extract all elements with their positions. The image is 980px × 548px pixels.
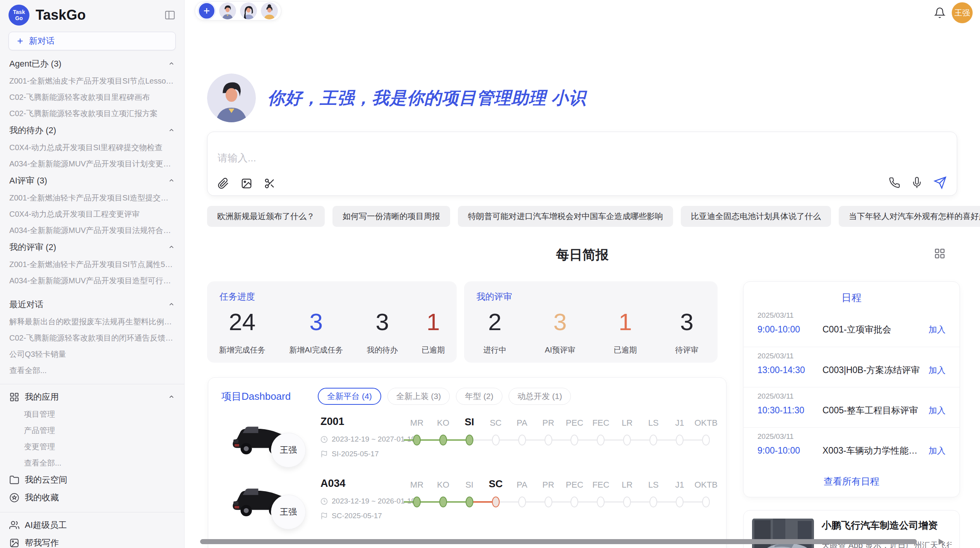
sidebar-item-favorites[interactable]: 我的收藏 — [0, 489, 184, 507]
join-meeting-link[interactable]: 加入 — [929, 445, 946, 457]
section-header[interactable]: 最近对话 — [0, 296, 184, 313]
plus-icon — [202, 6, 211, 15]
task-item[interactable]: A034-全新新能源MUV产品开发项目法规符合性评审 — [0, 222, 184, 238]
task-item[interactable]: A034-全新新能源MUV产品开发项目造型可行性评审 — [0, 272, 184, 289]
task-item[interactable]: Z001-全新燃油轻卡产品开发项目SI造型提交物评审 — [0, 190, 184, 206]
project-milestone-flag: SI-2025-05-17 — [332, 450, 379, 458]
voice-call-phone-icon[interactable] — [889, 177, 900, 188]
chevron-up-icon[interactable] — [168, 301, 175, 308]
dashboard-tab[interactable]: 全新上装 (3) — [387, 388, 450, 405]
section-header[interactable]: 我的评审 (2) — [0, 238, 184, 256]
sidebar: Task Go TaskGo 新对话 Agent已办 (3) Z001-全新燃油… — [0, 0, 185, 548]
recent-chat-item[interactable]: 解释最新出台的欧盟报废车法规再生塑料比例被调至15%... — [0, 313, 184, 330]
member-avatar[interactable] — [261, 2, 278, 19]
milestone-node — [466, 497, 473, 507]
chat-input[interactable] — [218, 152, 759, 164]
notifications-bell-icon[interactable] — [934, 7, 946, 20]
schedule-item: 2025/03/11 9:00-10:00 X003-车辆动力学性能验... 加… — [744, 427, 959, 468]
recent-chat-item[interactable]: C02-飞腾新能源轻客改款项目的闭环通告反馈情况 — [0, 330, 184, 346]
clock-icon — [320, 436, 328, 443]
schedule-name: X003-车辆动力学性能验... — [822, 445, 924, 457]
recent-chat-item[interactable]: 查看全部... — [0, 362, 184, 378]
briefing-layout-grid-icon[interactable] — [934, 248, 946, 261]
suggestion-chip[interactable]: 欧洲新规最近颁布了什么？ — [207, 206, 325, 227]
dashboard-tab[interactable]: 全新平台 (4) — [318, 388, 381, 405]
section-header[interactable]: Agent已办 (3) — [0, 55, 184, 73]
chevron-up-icon[interactable] — [168, 60, 175, 67]
star-circle-icon — [9, 493, 19, 503]
milestone-node — [702, 497, 710, 507]
screenshot-scissors-icon[interactable] — [264, 178, 276, 189]
member-avatar[interactable] — [219, 2, 236, 19]
suggestion-chips: 欧洲新规最近颁布了什么？如何写一份清晰的项目周报特朗普可能对进口汽车增税会对中国… — [207, 206, 957, 227]
hero: 你好，王强，我是你的项目管理助理 小识 — [207, 74, 586, 122]
section-header[interactable]: AI评审 (3) — [0, 172, 184, 190]
task-item[interactable]: C02-飞腾新能源轻客改款项目里程碑画布 — [0, 89, 184, 105]
user-avatar[interactable]: 王强 — [952, 2, 973, 23]
milestone-node — [492, 497, 500, 507]
project-row[interactable]: 王强 Z001 2023-12-19 ~ 2027-01-19 SI-2025-… — [208, 413, 726, 474]
chevron-up-icon[interactable] — [168, 127, 175, 134]
schedule-time: 9:00-10:00 — [757, 324, 822, 335]
task-item[interactable]: C0X4-动力总成开发项目工程变更评审 — [0, 206, 184, 222]
app-item[interactable]: 查看全部... — [0, 455, 184, 471]
sidebar-item-my-apps[interactable]: 我的应用 — [0, 388, 184, 406]
scrollbar-thumb[interactable] — [200, 539, 917, 544]
chevron-up-icon[interactable] — [168, 244, 175, 251]
milestone-node — [413, 435, 421, 445]
task-item[interactable]: C0X4-动力总成开发项目SI里程碑提交物检查 — [0, 139, 184, 156]
sidebar-item-help-me-write[interactable]: 帮我写作 — [0, 534, 184, 548]
task-item[interactable]: A034-全新新能源MUV产品开发项目计划变更表编写 — [0, 156, 184, 172]
task-item[interactable]: C02-飞腾新能源轻客改款项目立项汇报方案 — [0, 105, 184, 122]
dashboard-tab[interactable]: 年型 (2) — [456, 388, 502, 405]
plus-icon — [16, 37, 24, 45]
milestone-node — [649, 497, 657, 507]
send-icon[interactable] — [934, 176, 947, 189]
insert-image-icon[interactable] — [241, 178, 252, 189]
milestone-node — [518, 435, 526, 445]
milestone-label: SI — [465, 414, 475, 428]
section-header[interactable]: 我的待办 (2) — [0, 122, 184, 139]
app-item[interactable]: 产品管理 — [0, 422, 184, 438]
attachment-paperclip-icon[interactable] — [218, 178, 229, 189]
sidebar-item-ai-super-staff[interactable]: AI超级员工 — [0, 516, 184, 534]
member-avatar[interactable] — [240, 2, 257, 19]
join-meeting-link[interactable]: 加入 — [929, 324, 946, 336]
project-code: Z001 — [320, 416, 344, 428]
project-row[interactable]: 王强 A034 2023-12-19 ~ 2026-01-19 SC-2025-… — [208, 474, 726, 536]
task-item[interactable]: Z001-全新燃油皮卡产品开发项目SI节点Lesson Learn报告 — [0, 73, 184, 89]
microphone-icon[interactable] — [911, 177, 923, 188]
join-meeting-link[interactable]: 加入 — [929, 365, 946, 376]
recent-chat-item[interactable]: 公司Q3轻卡销量 — [0, 346, 184, 362]
milestone-node — [466, 435, 473, 445]
collapse-sidebar-icon[interactable] — [164, 9, 176, 21]
task-progress-card: 任务进度 24 新增完成任务 3 新增AI完成任务 3 我的待办 1 已逾期 — [207, 281, 457, 363]
horizontal-scrollbar[interactable] — [185, 538, 980, 545]
new-chat-button[interactable]: 新对话 — [9, 32, 176, 50]
milestone-label: LS — [648, 476, 659, 490]
schedule-date: 2025/03/11 — [757, 311, 946, 320]
suggestion-chip[interactable]: 如何写一份清晰的项目周报 — [332, 206, 450, 227]
add-member-button[interactable] — [198, 2, 215, 19]
sidebar-item-cloud-space[interactable]: 我的云空间 — [0, 471, 184, 489]
suggestion-chip[interactable]: 比亚迪全固态电池计划具体说了什么 — [681, 206, 831, 227]
divider — [0, 512, 184, 512]
chevron-up-icon[interactable] — [168, 394, 175, 401]
view-all-schedule-link[interactable]: 查看所有日程 — [744, 475, 959, 488]
chevron-up-icon[interactable] — [168, 177, 175, 184]
task-item[interactable]: Z001-全新燃油轻卡产品开发项目SI节点属性5D文件评审 — [0, 256, 184, 272]
milestone-node — [545, 497, 552, 507]
milestone-node — [545, 435, 552, 445]
app-item[interactable]: 变更管理 — [0, 438, 184, 455]
scrollbar-right-arrow[interactable] — [939, 539, 944, 545]
dashboard-tab[interactable]: 动总开发 (1) — [509, 388, 571, 405]
milestone-timeline: MRKOSISCPAPRPECFECLRLSJ1OKTB — [404, 414, 719, 452]
join-meeting-link[interactable]: 加入 — [929, 405, 946, 416]
suggestion-chip[interactable]: 特朗普可能对进口汽车增税会对中国车企造成哪些影响 — [458, 206, 673, 227]
sidebar-section-my-todo: 我的待办 (2) C0X4-动力总成开发项目SI里程碑提交物检查A034-全新新… — [0, 122, 184, 172]
app-item[interactable]: 项目管理 — [0, 406, 184, 422]
milestone-node — [597, 435, 605, 445]
suggestion-chip[interactable]: 当下年轻人对汽车外观有怎样的喜好趋势 — [839, 206, 980, 227]
stat: 3 新增AI完成任务 — [289, 310, 343, 355]
users-icon — [9, 520, 19, 530]
